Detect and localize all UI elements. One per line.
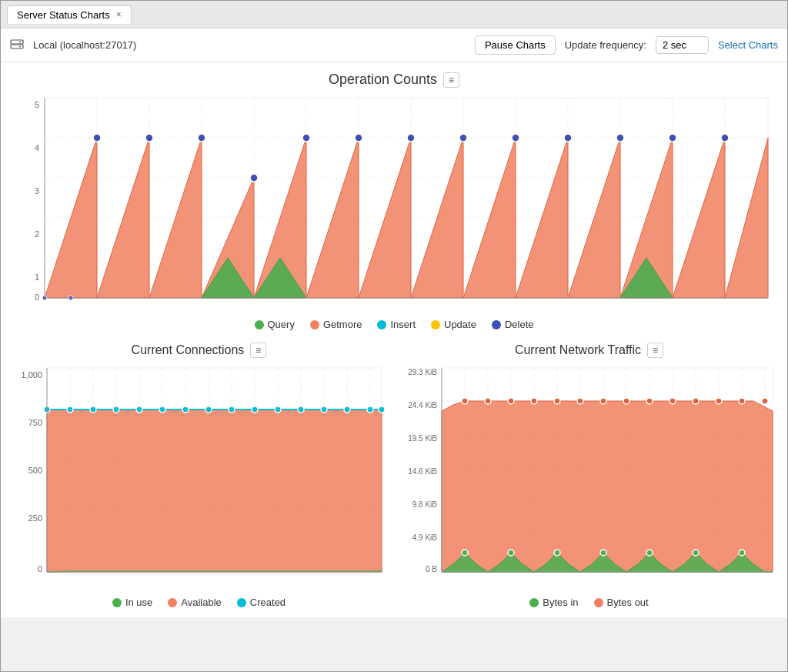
svg-point-145	[762, 398, 768, 404]
frequency-selector[interactable]: 2 sec 5 sec 10 sec	[656, 36, 709, 54]
title-bar: Server Status Charts ×	[1, 1, 787, 28]
operation-counts-section: Operation Counts ≡ 5 4 3 2 1	[10, 72, 778, 330]
svg-point-152	[693, 550, 699, 556]
svg-text:14.6 KiB: 14.6 KiB	[408, 467, 437, 476]
current-network-section: Current Network Traffic ≡ 29.3 KiB 24.4 …	[400, 343, 778, 608]
operation-counts-menu-button[interactable]: ≡	[443, 72, 459, 88]
legend-query: Query	[255, 319, 295, 330]
svg-rect-0	[11, 40, 23, 44]
svg-point-2	[19, 41, 21, 42]
current-connections-section: Current Connections ≡ 1,000 750 500 250 …	[10, 343, 388, 608]
svg-point-151	[646, 550, 653, 556]
main-window: Server Status Charts × Local (localhost:…	[0, 0, 788, 672]
svg-text:4.9 KiB: 4.9 KiB	[412, 533, 438, 542]
svg-point-139	[623, 398, 629, 404]
legend-created-dot	[237, 598, 246, 607]
legend-update-dot	[431, 320, 440, 329]
svg-point-135	[531, 398, 537, 404]
svg-point-55	[616, 134, 624, 142]
update-frequency-label: Update frequency:	[565, 39, 646, 51]
legend-bytes-in-label: Bytes in	[543, 597, 578, 608]
legend-available-label: Available	[181, 597, 222, 608]
svg-text:1: 1	[35, 272, 39, 282]
svg-point-137	[577, 398, 583, 404]
current-network-chart: 29.3 KiB 24.4 KiB 19.5 KiB 14.6 KiB 9.8 …	[400, 364, 778, 590]
svg-point-89	[113, 406, 119, 413]
svg-point-98	[321, 406, 327, 413]
pause-charts-button[interactable]: Pause Charts	[475, 35, 556, 55]
legend-bytes-out-dot	[594, 598, 603, 607]
legend-insert: Insert	[377, 319, 416, 330]
toolbar: Local (localhost:27017) Pause Charts Upd…	[1, 28, 787, 62]
operation-counts-chart: 5 4 3 2 1 0	[10, 94, 778, 313]
window-tab[interactable]: Server Status Charts ×	[7, 5, 132, 24]
legend-inuse-label: In use	[125, 597, 152, 608]
legend-delete-dot	[492, 320, 501, 329]
svg-point-138	[600, 398, 606, 404]
svg-point-92	[182, 406, 189, 413]
svg-point-143	[716, 398, 722, 404]
legend-available: Available	[168, 597, 222, 608]
svg-text:750: 750	[28, 418, 42, 427]
svg-point-47	[198, 134, 205, 142]
svg-point-88	[90, 406, 96, 413]
select-charts-link[interactable]: Select Charts	[718, 39, 778, 51]
svg-text:0: 0	[35, 293, 39, 302]
svg-point-51	[407, 134, 415, 142]
svg-point-132	[462, 398, 468, 404]
svg-point-150	[600, 550, 606, 556]
frequency-select[interactable]: 2 sec 5 sec 10 sec	[656, 36, 709, 54]
svg-point-97	[298, 406, 304, 413]
svg-point-54	[564, 134, 572, 142]
operation-counts-title: Operation Counts	[329, 72, 437, 88]
svg-point-49	[302, 134, 310, 142]
legend-update-label: Update	[444, 319, 476, 330]
current-connections-menu-button[interactable]: ≡	[250, 343, 266, 358]
svg-point-153	[739, 550, 745, 556]
svg-point-57	[721, 134, 729, 142]
svg-point-99	[344, 406, 350, 413]
svg-text:29.3 KiB: 29.3 KiB	[408, 368, 437, 376]
current-network-legend: Bytes in Bytes out	[400, 597, 778, 608]
svg-text:19.5 KiB: 19.5 KiB	[408, 434, 437, 443]
svg-text:3: 3	[35, 186, 39, 196]
legend-getmore: Getmore	[310, 319, 362, 330]
charts-area: Operation Counts ≡ 5 4 3 2 1	[1, 62, 787, 617]
legend-getmore-dot	[310, 320, 319, 329]
svg-point-90	[136, 406, 142, 413]
svg-text:9.8 KiB: 9.8 KiB	[412, 500, 438, 509]
legend-delete: Delete	[492, 319, 534, 330]
current-connections-title-row: Current Connections ≡	[10, 343, 388, 358]
legend-insert-dot	[377, 320, 386, 329]
legend-bytes-in-dot	[529, 598, 539, 607]
svg-text:250: 250	[28, 513, 42, 523]
svg-text:2: 2	[35, 229, 39, 239]
svg-text:500: 500	[28, 466, 42, 475]
legend-inuse-dot	[112, 598, 122, 607]
tab-close-button[interactable]: ×	[116, 9, 122, 20]
legend-created-label: Created	[250, 597, 285, 608]
tab-title: Server Status Charts	[17, 9, 110, 21]
svg-marker-85	[47, 410, 382, 572]
svg-point-95	[252, 406, 258, 413]
svg-marker-131	[442, 401, 773, 572]
bottom-charts-row: Current Connections ≡ 1,000 750 500 250 …	[10, 343, 778, 608]
current-connections-legend: In use Available Created	[10, 597, 388, 608]
legend-query-dot	[255, 320, 264, 329]
svg-point-147	[462, 550, 468, 556]
current-network-title-row: Current Network Traffic ≡	[400, 343, 778, 358]
current-connections-title: Current Connections	[132, 343, 245, 357]
svg-point-48	[250, 174, 258, 182]
legend-available-dot	[168, 598, 177, 607]
legend-insert-label: Insert	[390, 319, 416, 330]
current-network-menu-button[interactable]: ≡	[647, 343, 663, 358]
svg-point-140	[646, 398, 653, 404]
svg-point-141	[669, 398, 676, 404]
svg-point-144	[739, 398, 745, 404]
svg-point-100	[367, 406, 373, 413]
svg-text:24.4 KiB: 24.4 KiB	[408, 401, 437, 410]
svg-point-96	[275, 406, 281, 413]
svg-text:0: 0	[38, 564, 42, 573]
legend-query-label: Query	[268, 319, 295, 330]
svg-text:1,000: 1,000	[21, 370, 42, 379]
